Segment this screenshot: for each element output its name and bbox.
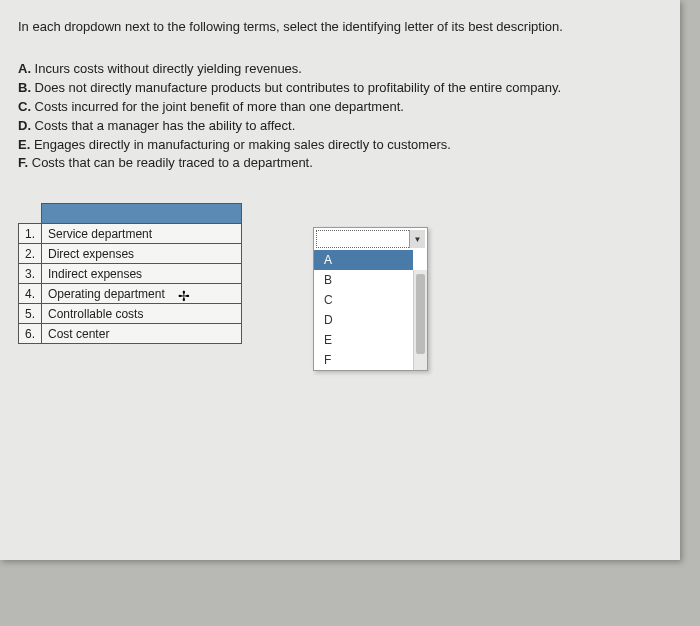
description-item: B. Does not directly manufacture product… [18, 79, 660, 98]
scrollbar-thumb[interactable] [416, 274, 425, 354]
row-num: 3. [19, 264, 42, 284]
row-term: Direct expenses [42, 244, 242, 264]
description-item: F. Costs that can be readily traced to a… [18, 154, 660, 173]
description-item: D. Costs that a manager has the ability … [18, 117, 660, 136]
chevron-down-icon[interactable]: ▼ [409, 230, 425, 248]
row-num: 6. [19, 324, 42, 344]
desc-text: Costs that can be readily traced to a de… [28, 155, 313, 170]
dropdown-option[interactable]: B [314, 270, 413, 290]
row-term: Cost center [42, 324, 242, 344]
table-row: 1.Service department [19, 224, 242, 244]
row-num: 5. [19, 304, 42, 324]
table-row: 2.Direct expenses [19, 244, 242, 264]
description-item: E. Engages directly in manufacturing or … [18, 136, 660, 155]
desc-text: Costs that a manager has the ability to … [31, 118, 295, 133]
desc-text: Costs incurred for the joint benefit of … [31, 99, 404, 114]
desc-letter: A. [18, 61, 31, 76]
row-term: Operating department [42, 284, 242, 304]
table-header-row [19, 204, 242, 224]
desc-text: Engages directly in manufacturing or mak… [30, 137, 451, 152]
row-num: 1. [19, 224, 42, 244]
desc-letter: E. [18, 137, 30, 152]
row-term: Controllable costs [42, 304, 242, 324]
scrollbar[interactable] [413, 270, 427, 370]
question-page: In each dropdown next to the following t… [0, 0, 680, 560]
table-row: 4.Operating department [19, 284, 242, 304]
desc-text: Incurs costs without directly yielding r… [31, 61, 302, 76]
table-row: 5.Controllable costs [19, 304, 242, 324]
descriptions-list: A. Incurs costs without directly yieldin… [18, 60, 660, 173]
dropdown-list: A B C D E F [314, 250, 427, 370]
dropdown-option[interactable]: C [314, 290, 413, 310]
desc-letter: C. [18, 99, 31, 114]
row-num: 2. [19, 244, 42, 264]
dropdown-option[interactable]: F [314, 350, 413, 370]
row-term: Indirect expenses [42, 264, 242, 284]
row-term: Service department [42, 224, 242, 244]
dropdown-option[interactable]: E [314, 330, 413, 350]
description-item: A. Incurs costs without directly yieldin… [18, 60, 660, 79]
table-row: 3.Indirect expenses [19, 264, 242, 284]
table-row: 6.Cost center [19, 324, 242, 344]
row-num: 4. [19, 284, 42, 304]
dropdown-option[interactable]: A [314, 250, 413, 270]
answer-dropdown[interactable]: ▼ A B C D E F [313, 227, 428, 371]
desc-letter: D. [18, 118, 31, 133]
desc-letter: F. [18, 155, 28, 170]
dropdown-option[interactable]: D [314, 310, 413, 330]
table-area: 1.Service department 2.Direct expenses 3… [18, 203, 660, 344]
description-item: C. Costs incurred for the joint benefit … [18, 98, 660, 117]
desc-text: Does not directly manufacture products b… [31, 80, 561, 95]
terms-table: 1.Service department 2.Direct expenses 3… [18, 203, 242, 344]
instruction-text: In each dropdown next to the following t… [18, 18, 660, 36]
desc-letter: B. [18, 80, 31, 95]
dropdown-header[interactable]: ▼ [316, 230, 425, 248]
